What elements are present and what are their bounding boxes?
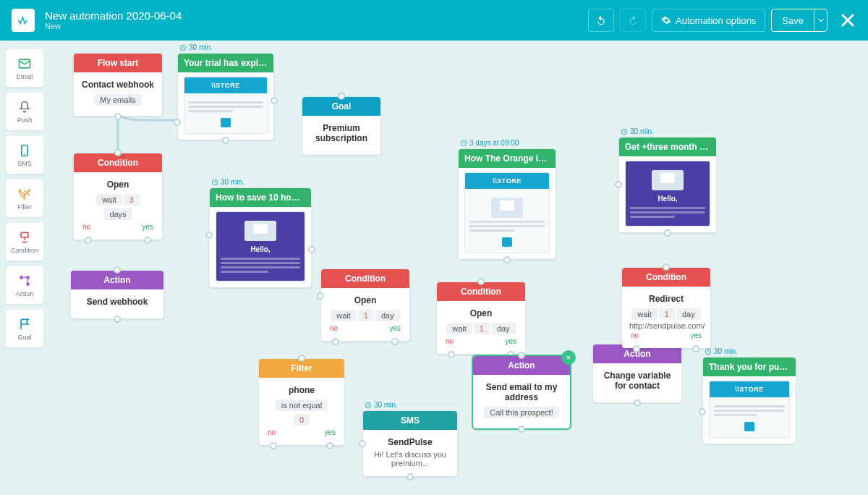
node-flow-start[interactable]: Flow start Contact webhook My emails <box>74 54 162 116</box>
clock-icon <box>211 179 218 186</box>
email-preview: Hello, <box>216 211 305 282</box>
node-sms-sendpulse[interactable]: SMS SendPulse Hi! Let's discuss you prem… <box>363 411 457 476</box>
node-goal-premium[interactable]: Goal Premium subscription <box>302 97 380 155</box>
page-title-block: New automation 2020-06-04 New <box>45 10 588 31</box>
node-email-save-hours[interactable]: How to save 10 hour... Hello, <box>210 188 311 287</box>
clock-icon <box>365 402 372 409</box>
top-bar: New automation 2020-06-04 New Automation… <box>0 0 868 41</box>
delay-label: 3 days at 09:00 <box>460 139 519 147</box>
node-action-send-email-selected[interactable]: × Action Send email to my address Call t… <box>473 356 570 428</box>
node-email-three-month[interactable]: Get +three month for... Hello, <box>619 138 716 232</box>
node-email-orange[interactable]: How The Orange incr... \\STORE <box>459 149 556 259</box>
node-condition-redirect[interactable]: Condition Redirect wait1day http://sendp… <box>622 268 710 348</box>
undo-button[interactable] <box>588 9 614 32</box>
flow-canvas[interactable]: Flow start Contact webhook My emails 30 … <box>0 41 868 495</box>
node-email-thank-you[interactable]: Thank you for purcha... \\STORE <box>703 358 796 444</box>
delete-node-button[interactable]: × <box>561 350 576 365</box>
node-header: Flow start <box>74 54 162 72</box>
clock-icon <box>460 140 467 147</box>
page-title: New automation 2020-06-04 <box>45 10 588 22</box>
delay-label: 30 min. <box>621 127 654 135</box>
node-condition-open-3days[interactable]: Condition Open wait3days noyes <box>74 153 162 240</box>
delay-label: 30 min. <box>211 178 244 186</box>
redo-button[interactable] <box>620 9 646 32</box>
close-button[interactable] <box>839 12 856 29</box>
app-logo[interactable] <box>12 9 35 32</box>
clock-icon <box>179 44 187 51</box>
node-condition-open-1day-a[interactable]: Condition Open wait1day noyes <box>321 269 409 341</box>
node-email-trial-expired[interactable]: Your trial has expired \\STORE <box>178 54 273 140</box>
save-button[interactable]: Save <box>771 9 827 32</box>
automation-options-button[interactable]: Automation options <box>652 9 765 32</box>
node-condition-open-1day-b[interactable]: Condition Open wait1day noyes <box>437 282 525 354</box>
delay-label: 30 min. <box>705 347 738 355</box>
gear-icon <box>661 15 671 25</box>
delay-label: 30 min. <box>365 401 398 409</box>
delay-label: 30 min. <box>179 43 213 51</box>
email-preview: \\STORE <box>184 77 268 134</box>
node-action-change-variable[interactable]: Action Change variable for contact <box>593 344 681 402</box>
email-preview: \\STORE <box>464 172 550 253</box>
email-preview: \\STORE <box>709 381 790 438</box>
clock-icon <box>621 128 628 135</box>
save-dropdown-toggle[interactable] <box>814 9 827 32</box>
clock-icon <box>705 348 712 355</box>
node-action-send-webhook[interactable]: Action Send webhook <box>71 271 163 318</box>
node-filter-phone[interactable]: Filter phone is not equal0 noyes <box>259 359 344 445</box>
email-preview: Hello, <box>625 161 710 227</box>
page-status: New <box>45 22 588 30</box>
